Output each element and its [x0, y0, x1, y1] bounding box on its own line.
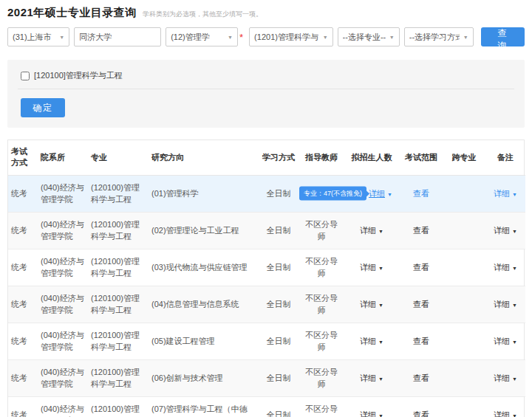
exam-scope-view-link[interactable]: 查看 — [413, 300, 429, 309]
chevron-down-icon[interactable]: ▼ — [378, 413, 383, 417]
panel-divider — [18, 89, 514, 89]
enrollment-cell: 详细▼ — [344, 323, 400, 359]
enrollment-detail-link[interactable]: 详细 — [360, 300, 376, 309]
table-row: 统考(040)经济与管理学院(120100)管理科学与工程(07)管理科学与工程… — [8, 396, 525, 417]
university-input[interactable] — [74, 27, 161, 46]
study-mode-select[interactable]: --选择学习方式-- ▼ — [404, 27, 474, 46]
remarks-detail-link[interactable]: 详细 — [494, 373, 510, 382]
remarks-cell: 详细▼ — [485, 175, 525, 212]
enrollment-detail-link[interactable]: 详细 — [360, 263, 376, 272]
table-row: 统考(040)经济与管理学院(120100)管理科学与工程(01)管理科学全日制… — [8, 175, 525, 212]
remarks-cell: 详细▼ — [485, 359, 525, 396]
exam-scope-view-link[interactable]: 查看 — [413, 337, 429, 345]
province-select[interactable]: (31)上海市 ▼ — [7, 27, 69, 46]
page-title: 2021年硕士专业目录查询 — [7, 6, 137, 20]
advisor-cell: 专业：47(不含推免) — [299, 175, 344, 212]
chevron-down-icon: ▼ — [228, 35, 233, 40]
exam-scope-cell: 查看 — [400, 175, 443, 212]
results-table-wrap: 考试方式 院系所 专业 研究方向 学习方式 指导教师 拟招生人数 考试范围 跨专… — [7, 139, 525, 417]
chevron-down-icon[interactable]: ▼ — [512, 229, 517, 234]
study-mode-cell: 全日制 — [258, 323, 299, 359]
cross-major-cell — [443, 359, 485, 396]
header-study-mode: 学习方式 — [258, 140, 299, 175]
remarks-detail-link[interactable]: 详细 — [494, 410, 510, 417]
major-select[interactable]: --选择专业-- ▼ — [338, 27, 400, 46]
study-mode-cell: 全日制 — [258, 396, 299, 417]
chevron-down-icon[interactable]: ▼ — [512, 266, 517, 271]
enrollment-cell: 详细▼ — [344, 212, 400, 249]
required-asterisk: * — [239, 32, 243, 42]
exam-type-cell: 统考 — [8, 396, 38, 417]
direction-cell: (01)管理科学 — [149, 175, 258, 212]
major-cell: (120100)管理科学与工程 — [88, 396, 149, 417]
enrollment-detail-link[interactable]: 详细 — [360, 226, 376, 235]
major-cell: (120100)管理科学与工程 — [88, 249, 149, 286]
chevron-down-icon[interactable]: ▼ — [378, 229, 383, 234]
chevron-down-icon: ▼ — [463, 35, 468, 40]
study-mode-cell: 全日制 — [258, 175, 299, 212]
advisor-cell: 不区分导师 — [299, 249, 344, 286]
chevron-down-icon: ▼ — [389, 35, 395, 40]
remarks-detail-link[interactable]: 详细 — [494, 300, 510, 309]
major-checkbox-label: [120100]管理科学与工程 — [34, 70, 123, 81]
exam-scope-view-link[interactable]: 查看 — [413, 263, 429, 272]
discipline-select[interactable]: (1201)管理科学与 ▼ — [249, 27, 332, 46]
chevron-down-icon[interactable]: ▼ — [378, 340, 383, 345]
chevron-down-icon[interactable]: ▼ — [512, 303, 517, 308]
remarks-detail-link[interactable]: 详细 — [494, 263, 510, 272]
enrollment-detail-link[interactable]: 详细 — [360, 410, 376, 417]
table-row: 统考(040)经济与管理学院(120100)管理科学与工程(04)信息管理与信息… — [8, 286, 525, 323]
chevron-down-icon[interactable]: ▼ — [512, 376, 517, 382]
major-checkbox-row[interactable]: [120100]管理科学与工程 — [21, 66, 511, 89]
chevron-down-icon[interactable]: ▼ — [378, 266, 383, 271]
remarks-detail-link[interactable]: 详细 — [494, 337, 510, 345]
table-row: 统考(040)经济与管理学院(120100)管理科学与工程(02)管理理论与工业… — [8, 212, 525, 249]
chevron-down-icon[interactable]: ▼ — [387, 192, 392, 197]
exam-scope-view-link[interactable]: 查看 — [413, 226, 429, 235]
chevron-down-icon[interactable]: ▼ — [512, 340, 517, 345]
direction-cell: (04)信息管理与信息系统 — [149, 286, 258, 323]
confirm-button[interactable]: 确定 — [21, 98, 65, 117]
remarks-cell: 详细▼ — [485, 212, 525, 249]
header-direction: 研究方向 — [149, 140, 258, 175]
exam-type-cell: 统考 — [8, 175, 38, 212]
study-mode-cell: 全日制 — [258, 359, 299, 396]
results-table: 考试方式 院系所 专业 研究方向 学习方式 指导教师 拟招生人数 考试范围 跨专… — [8, 140, 525, 417]
page-subtitle: 学科类别为必选项，其他至少填写一项。 — [143, 10, 262, 19]
header-exam-type: 考试方式 — [8, 140, 38, 175]
direction-cell: (07)管理科学与工程（中德平台） — [149, 396, 258, 417]
filter-bar: (31)上海市 ▼ (12)管理学 ▼ * (1201)管理科学与 ▼ --选择… — [7, 27, 525, 46]
enrollment-detail-link[interactable]: 详细 — [369, 189, 385, 198]
exam-scope-view-link[interactable]: 查看 — [413, 373, 429, 382]
table-row: 统考(040)经济与管理学院(120100)管理科学与工程(05)建设工程管理全… — [8, 323, 525, 359]
chevron-down-icon[interactable]: ▼ — [378, 376, 383, 382]
exam-type-cell: 统考 — [8, 286, 38, 323]
remarks-detail-link[interactable]: 详细 — [494, 189, 510, 198]
chevron-down-icon[interactable]: ▼ — [378, 303, 383, 308]
enrollment-cell: 详细▼ — [344, 359, 400, 396]
header-exam-scope: 考试范围 — [400, 140, 443, 175]
header-remarks: 备注 — [485, 140, 525, 175]
remarks-cell: 详细▼ — [485, 249, 525, 286]
enrollment-detail-link[interactable]: 详细 — [360, 373, 376, 382]
chevron-down-icon[interactable]: ▼ — [512, 192, 517, 197]
chevron-down-icon[interactable]: ▼ — [512, 413, 517, 417]
major-checkbox[interactable] — [21, 72, 30, 80]
cross-major-cell — [443, 396, 485, 417]
search-button[interactable]: 查询 — [481, 27, 525, 46]
cross-major-cell — [443, 212, 485, 249]
department-cell: (040)经济与管理学院 — [38, 249, 88, 286]
enrollment-tooltip: 专业：47(不含推免) — [299, 187, 366, 201]
exam-scope-view-link[interactable]: 查看 — [413, 189, 429, 198]
major-cell: (120100)管理科学与工程 — [88, 323, 149, 359]
discipline-select-value: (1201)管理科学与 — [254, 32, 318, 43]
direction-cell: (05)建设工程管理 — [149, 323, 258, 359]
exam-scope-view-link[interactable]: 查看 — [413, 410, 429, 417]
exam-scope-cell: 查看 — [400, 286, 443, 323]
exam-scope-cell: 查看 — [400, 323, 443, 359]
remarks-detail-link[interactable]: 详细 — [494, 226, 510, 235]
cross-major-cell — [443, 286, 485, 323]
category-select[interactable]: (12)管理学 ▼ — [166, 27, 238, 46]
enrollment-detail-link[interactable]: 详细 — [360, 337, 376, 345]
cross-major-cell — [443, 323, 485, 359]
